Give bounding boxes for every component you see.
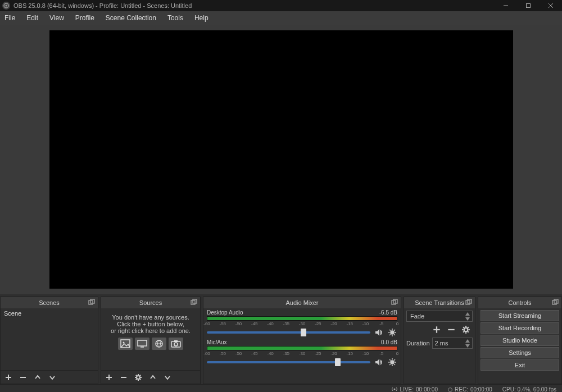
maximize-button[interactable]: [517, 0, 540, 11]
menu-scene-collection[interactable]: Scene Collection: [100, 12, 162, 24]
close-button[interactable]: [540, 0, 562, 11]
svg-point-64: [464, 328, 468, 332]
svg-line-70: [468, 331, 469, 332]
controls-popout-icon[interactable]: [551, 298, 559, 306]
menu-tools[interactable]: Tools: [162, 12, 189, 24]
transition-select[interactable]: Fade: [406, 311, 473, 322]
transitions-dock: Scene Transitions Fade Duration 2 ms: [404, 297, 475, 384]
source-properties-button[interactable]: [134, 373, 143, 382]
mixer-title: Audio Mixer: [285, 299, 318, 306]
mixer-channel: Mic/Aux0.0 dB-60-55-50-45-40-35-30-25-20…: [207, 339, 397, 368]
add-source-button[interactable]: [105, 373, 114, 382]
start-recording-button[interactable]: Start Recording: [481, 322, 559, 334]
svg-marker-59: [465, 312, 470, 316]
svg-line-31: [136, 375, 137, 375]
svg-marker-73: [465, 339, 470, 343]
move-source-up-button[interactable]: [148, 373, 157, 382]
svg-line-69: [463, 327, 464, 328]
channel-level: 0.0 dB: [381, 339, 397, 345]
menu-edit[interactable]: Edit: [21, 12, 44, 24]
camera-source-icon: [169, 338, 183, 350]
channel-settings-button[interactable]: [387, 327, 397, 338]
scenes-list[interactable]: Scene: [1, 308, 98, 370]
studio-mode-button[interactable]: Studio Mode: [481, 335, 559, 346]
status-bar: LIVE: 00:00:00 REC: 00:00:00 CPU: 0.4%, …: [0, 384, 562, 392]
mixer-popout-icon[interactable]: [391, 298, 398, 306]
channel-settings-button[interactable]: [387, 357, 397, 367]
move-scene-up-button[interactable]: [33, 373, 42, 382]
start-streaming-button[interactable]: Start Streaming: [481, 310, 559, 321]
move-source-down-button[interactable]: [163, 373, 172, 382]
duration-label: Duration: [406, 340, 430, 347]
preview-canvas[interactable]: [49, 30, 513, 289]
add-scene-button[interactable]: [4, 373, 13, 382]
level-meter: [207, 346, 397, 350]
controls-body: Start Streaming Start Recording Studio M…: [478, 308, 561, 384]
svg-marker-74: [465, 344, 470, 348]
svg-rect-15: [138, 340, 147, 346]
svg-point-77: [393, 388, 395, 390]
window-title: OBS 25.0.8 (64-bit, windows) - Profile: …: [13, 2, 192, 9]
svg-point-1: [6, 5, 7, 7]
globe-source-icon: [152, 338, 166, 350]
audio-mixer-dock: Audio Mixer Desktop Audio-6.5 dB-60-55-5…: [203, 297, 401, 384]
controls-dock: Controls Start Streaming Start Recording…: [478, 297, 562, 384]
exit-button[interactable]: Exit: [481, 359, 559, 371]
svg-line-33: [140, 375, 140, 375]
transitions-popout-icon[interactable]: [465, 298, 473, 306]
menu-help[interactable]: Help: [189, 12, 214, 24]
svg-line-44: [394, 334, 395, 335]
scenes-header: Scenes: [1, 297, 98, 308]
sources-dock: Sources You don't have any sources. Clic…: [101, 297, 201, 384]
svg-marker-47: [375, 359, 379, 366]
menu-view[interactable]: View: [44, 12, 70, 24]
preview-area: [0, 25, 562, 294]
channel-name: Desktop Audio: [207, 309, 243, 316]
volume-slider[interactable]: [207, 361, 370, 363]
broadcast-icon: [391, 386, 398, 393]
mixer-body: Desktop Audio-6.5 dB-60-55-50-45-40-35-3…: [203, 308, 401, 384]
menu-profile[interactable]: Profile: [70, 12, 100, 24]
settings-button[interactable]: Settings: [481, 347, 559, 358]
image-source-icon: [118, 338, 133, 350]
meter-ticks: -60-55-50-45-40-35-30-25-20-15-10-50: [207, 321, 397, 327]
meter-ticks: -60-55-50-45-40-35-30-25-20-15-10-50: [207, 351, 397, 357]
transition-selected: Fade: [410, 313, 424, 320]
menu-bar: File Edit View Profile Scene Collection …: [0, 11, 562, 25]
transitions-body: Fade Duration 2 ms: [404, 308, 475, 384]
move-scene-down-button[interactable]: [48, 373, 57, 382]
scenes-dock: Scenes Scene: [0, 297, 98, 384]
svg-line-72: [463, 331, 464, 332]
sources-empty-line3: or right click here to add one.: [107, 327, 194, 334]
sources-empty-line2: Click the + button below,: [107, 321, 194, 327]
duration-input[interactable]: 2 ms: [432, 338, 473, 349]
svg-line-54: [394, 364, 395, 365]
remove-scene-button[interactable]: [19, 373, 28, 382]
svg-rect-22: [174, 340, 178, 342]
svg-line-32: [140, 379, 140, 379]
app-logo-icon: [2, 2, 10, 10]
controls-title: Controls: [509, 299, 532, 306]
duration-value: 2 ms: [435, 340, 448, 347]
mute-button[interactable]: [374, 357, 384, 367]
mixer-channel: Desktop Audio-6.5 dB-60-55-50-45-40-35-3…: [207, 309, 397, 338]
svg-line-55: [394, 359, 395, 361]
scene-item[interactable]: Scene: [1, 308, 98, 318]
menu-file[interactable]: File: [2, 12, 21, 24]
transition-properties-button[interactable]: [460, 324, 472, 335]
status-rec: REC: 00:00:00: [448, 386, 492, 392]
channel-level: -6.5 dB: [379, 309, 397, 316]
svg-line-53: [389, 359, 391, 361]
mute-button[interactable]: [374, 327, 384, 338]
record-icon: [448, 388, 452, 392]
remove-source-button[interactable]: [119, 373, 128, 382]
svg-line-46: [389, 334, 391, 335]
volume-slider[interactable]: [207, 331, 370, 334]
scenes-popout-icon[interactable]: [88, 298, 96, 306]
remove-transition-button[interactable]: [446, 324, 457, 335]
add-transition-button[interactable]: [431, 324, 442, 335]
sources-popout-icon[interactable]: [190, 298, 198, 306]
sources-list[interactable]: You don't have any sources. Click the + …: [101, 308, 200, 370]
title-bar: OBS 25.0.8 (64-bit, windows) - Profile: …: [0, 0, 562, 11]
minimize-button[interactable]: [495, 0, 517, 11]
